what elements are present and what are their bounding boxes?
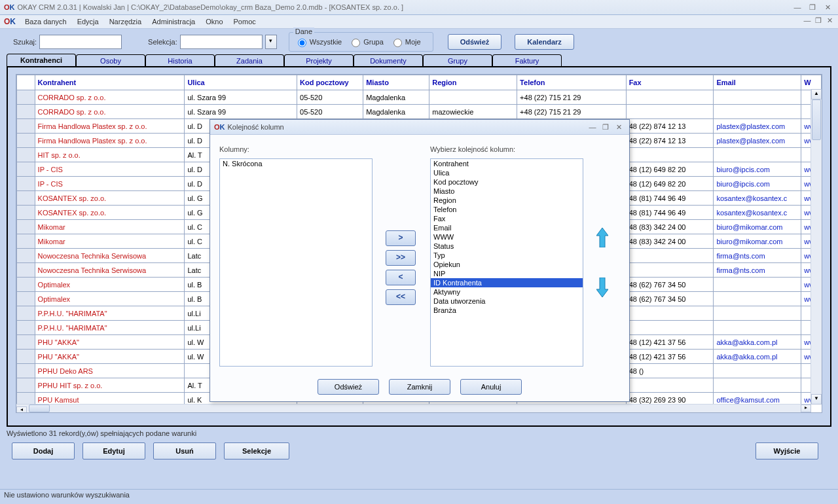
cell-fax[interactable]: 48 (83) 342 24 00 [626, 234, 714, 249]
row-selector[interactable] [17, 148, 35, 162]
cell-kontrahent[interactable]: Nowoczesna Technika Serwisowa [35, 263, 185, 278]
scroll-up-icon[interactable]: ▲ [811, 89, 822, 99]
list-item[interactable]: Miasto [431, 187, 583, 196]
cell-email[interactable] [714, 378, 801, 393]
selections-button[interactable]: Selekcje [224, 442, 289, 459]
cell-email[interactable]: biuro@ipcis.com [714, 177, 801, 191]
list-item[interactable]: Email [431, 223, 583, 232]
cell-kontrahent[interactable]: Firma Handlowa Plastex sp. z o.o. [35, 119, 185, 134]
cell-email[interactable]: akka@akka.com.pl [714, 335, 801, 350]
cell-kontrahent[interactable]: PHU "AKKA" [35, 350, 185, 364]
cell-email[interactable]: firma@nts.com [714, 249, 801, 263]
tab-faktury[interactable]: Faktury [492, 54, 562, 67]
cell-fax[interactable]: 48 (83) 342 24 00 [626, 220, 714, 234]
calendar-button[interactable]: Kalendarz [515, 34, 574, 50]
cell-kontrahent[interactable]: CORRADO sp. z o.o. [35, 105, 185, 119]
menu-baza[interactable]: Baza danych [25, 18, 67, 26]
row-selector[interactable] [17, 220, 35, 234]
cell-kontrahent[interactable]: Optimalex [35, 278, 185, 292]
row-selector[interactable] [17, 306, 35, 321]
cell-email[interactable]: biuro@mikomar.com [714, 234, 801, 249]
cell-kontrahent[interactable]: Mikomar [35, 220, 185, 234]
cell-email[interactable]: kosantex@kosantex.c [714, 206, 801, 220]
vertical-scrollbar[interactable]: ▲ ▼ [811, 89, 822, 405]
cell-email[interactable] [714, 306, 801, 321]
cell-fax[interactable]: 48 (12) 421 37 56 [626, 350, 714, 364]
mdi-restore-icon[interactable]: ❐ [814, 16, 823, 25]
tab-dokumenty[interactable]: Dokumenty [354, 54, 423, 67]
cell-region[interactable]: mazowieckie [429, 105, 517, 119]
row-selector[interactable] [17, 335, 35, 350]
cell-fax[interactable] [626, 321, 714, 335]
row-selector[interactable] [17, 119, 35, 134]
list-item[interactable]: Aktywny [431, 287, 583, 297]
cell-fax[interactable] [626, 148, 714, 162]
selection-input[interactable] [180, 35, 263, 49]
cell-fax[interactable]: 48 (12) 421 37 56 [626, 335, 714, 350]
list-item[interactable]: Branża [431, 306, 583, 315]
list-item[interactable]: Fax [431, 214, 583, 223]
grid-header-www[interactable]: W [801, 75, 822, 90]
cell-kontrahent[interactable]: CORRADO sp. z o.o. [35, 90, 185, 105]
tab-kontrahenci[interactable]: Kontrahenci [7, 54, 76, 66]
scroll-right-icon[interactable]: ▸ [801, 405, 811, 412]
table-row[interactable]: CORRADO sp. z o.o.ul. Szara 9905-520Magd… [17, 105, 822, 119]
list-item[interactable]: Opiekun [431, 260, 583, 269]
menu-okno[interactable]: Okno [206, 18, 223, 26]
move-left-button[interactable]: < [386, 270, 416, 285]
row-selector[interactable] [17, 234, 35, 249]
list-item[interactable]: WWW [431, 232, 583, 242]
list-item[interactable]: Data utworzenia [431, 297, 583, 306]
list-item[interactable]: N. Skrócona [220, 159, 372, 168]
cell-email[interactable] [714, 278, 801, 292]
cell-fax[interactable]: 48 (62) 767 34 50 [626, 278, 714, 292]
move-up-icon[interactable] [594, 226, 611, 249]
cell-email[interactable] [714, 148, 801, 162]
cell-fax[interactable]: 48 (22) 874 12 13 [626, 134, 714, 148]
delete-button[interactable]: Usuń [153, 442, 216, 459]
row-selector[interactable] [17, 364, 35, 378]
list-item[interactable]: Region [431, 196, 583, 205]
row-selector[interactable] [17, 134, 35, 148]
cell-kontrahent[interactable]: Firma Handlowa Plastex sp. z o.o. [35, 134, 185, 148]
cell-fax[interactable]: 48 (12) 649 82 20 [626, 177, 714, 191]
cell-kontrahent[interactable]: PPHU HIT sp. z o.o. [35, 378, 185, 393]
dialog-close-icon[interactable]: ✕ [612, 123, 625, 132]
cell-fax[interactable] [626, 90, 714, 105]
scroll-left-icon[interactable]: ◂ [16, 406, 27, 413]
move-all-right-button[interactable]: >> [386, 250, 416, 266]
search-input[interactable] [39, 35, 122, 49]
exit-button[interactable]: Wyjście [756, 442, 818, 459]
cell-email[interactable]: biuro@mikomar.com [714, 220, 801, 234]
cell-kontrahent[interactable]: PPU Kamsut [35, 393, 185, 405]
dialog-cancel-button[interactable]: Anuluj [460, 379, 522, 395]
mdi-close-icon[interactable]: ✕ [825, 16, 834, 25]
cell-fax[interactable]: 48 (12) 649 82 20 [626, 162, 714, 177]
cell-region[interactable] [429, 90, 517, 105]
maximize-icon[interactable]: ❐ [806, 3, 819, 12]
list-item[interactable]: Typ [431, 251, 583, 260]
selected-columns-list[interactable]: KontrahentUlicaKod pocztowyMiastoRegionT… [430, 158, 583, 367]
grid-header-email[interactable]: Email [714, 75, 801, 90]
grid-header-kod[interactable]: Kod pocztowy [297, 75, 363, 90]
scroll-thumb[interactable] [812, 99, 821, 140]
cell-email[interactable]: akka@akka.com.pl [714, 350, 801, 364]
table-row[interactable]: CORRADO sp. z o.o.ul. Szara 9905-520Magd… [17, 90, 822, 105]
menu-edycja[interactable]: Edycja [77, 18, 99, 26]
cell-email[interactable]: office@kamsut.com [714, 393, 801, 405]
row-selector[interactable] [17, 321, 35, 335]
cell-email[interactable]: firma@nts.com [714, 263, 801, 278]
cell-fax[interactable]: 48 (81) 744 96 49 [626, 206, 714, 220]
row-selector[interactable] [17, 378, 35, 393]
available-columns-list[interactable]: N. Skrócona [219, 158, 373, 367]
row-selector[interactable] [17, 350, 35, 364]
row-selector[interactable] [17, 292, 35, 306]
cell-email[interactable]: kosantex@kosantex.c [714, 191, 801, 206]
row-selector[interactable] [17, 206, 35, 220]
move-down-icon[interactable] [594, 276, 611, 298]
grid-header-telefon[interactable]: Telefon [517, 75, 627, 90]
row-selector[interactable] [17, 90, 35, 105]
cell-fax[interactable]: 48 (81) 744 96 49 [626, 191, 714, 206]
grid-header-kontrahent[interactable]: Kontrahent [35, 75, 185, 90]
cell-telefon[interactable]: +48 (22) 715 21 29 [517, 90, 627, 105]
